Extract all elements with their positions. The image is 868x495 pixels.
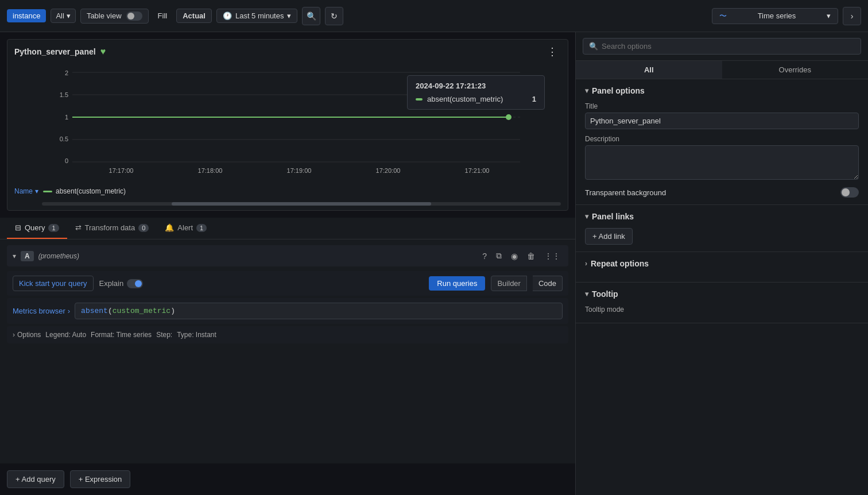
title-field[interactable] [585, 113, 859, 129]
svg-point-11 [506, 114, 512, 120]
tab-overrides[interactable]: Overrides [722, 61, 869, 79]
fill-button[interactable]: Fill [153, 9, 172, 22]
svg-text:17:17:00: 17:17:00 [109, 167, 134, 174]
panel-links-section: ▾ Panel links + Add link [576, 205, 868, 252]
transparent-bg-toggle[interactable] [840, 187, 859, 198]
chevron-down-icon: ▾ [35, 187, 38, 195]
help-button[interactable]: ? [480, 250, 489, 262]
metrics-row: Metrics browser › absent(custom_metric) [7, 298, 568, 324]
table-view-toggle[interactable]: Table view [80, 9, 149, 24]
tooltip-value: 1 [532, 95, 536, 103]
description-field-label: Description [585, 135, 859, 143]
actual-button[interactable]: Actual [176, 9, 212, 23]
chart-scrollbar [7, 200, 568, 210]
description-field[interactable] [585, 145, 859, 180]
svg-text:1: 1 [65, 114, 68, 121]
legend-name-button[interactable]: Name ▾ [14, 187, 38, 195]
transparent-bg-row: Transparent background [585, 187, 859, 198]
next-panel-button[interactable]: › [843, 7, 861, 25]
collapse-button[interactable]: ▾ [13, 252, 16, 260]
add-expression-button[interactable]: + Expression [70, 470, 131, 488]
options-toggle[interactable]: › Options [13, 331, 41, 339]
explain-row: Explain [99, 279, 144, 288]
search-icon: 🔍 [589, 42, 598, 51]
time-range-button[interactable]: 🕐 Last 5 minutes ▾ [216, 9, 298, 23]
all-dropdown[interactable]: All ▾ [51, 9, 75, 23]
tab-transform[interactable]: ⇄ Transform data 0 [67, 218, 157, 239]
repeat-options-label: Repeat options [591, 259, 649, 268]
tooltip-dot [416, 98, 423, 100]
svg-text:17:19:00: 17:19:00 [287, 167, 312, 174]
query-tabs: ⊟ Query 1 ⇄ Transform data 0 🔔 Alert 1 [0, 218, 575, 239]
options-label: Options [17, 331, 41, 339]
options-tabs-row: All Overrides [576, 61, 868, 79]
run-queries-button[interactable]: Run queries [429, 276, 485, 291]
chart-tooltip: 2024-09-22 17:21:23 absent(custom_metric… [407, 75, 545, 110]
panel-options-header[interactable]: ▾ Panel options [585, 86, 859, 95]
panel-links-label: Panel links [592, 212, 634, 221]
tooltip-time: 2024-09-22 17:21:23 [416, 82, 536, 90]
bell-icon: 🔔 [165, 223, 174, 232]
query-letter: A [21, 251, 34, 261]
panel-links-header[interactable]: ▾ Panel links [585, 212, 859, 221]
tooltip-metric: absent(custom_metric) [427, 95, 503, 103]
chevron-down-icon: ▾ [67, 11, 71, 20]
table-view-switch[interactable] [126, 11, 142, 21]
legend-auto-label: Legend: Auto [45, 331, 86, 339]
health-icon: ♥ [100, 47, 106, 57]
legend-name-label: Name [14, 187, 33, 195]
panel-options-section: ▾ Panel options Title Description Transp… [576, 79, 868, 205]
tab-alert[interactable]: 🔔 Alert 1 [157, 218, 215, 239]
title-field-label: Title [585, 102, 859, 110]
tab-all[interactable]: All [576, 61, 722, 79]
tooltip-label: Tooltip [592, 289, 618, 299]
refresh-button[interactable]: ↻ [325, 7, 343, 25]
query-tab-label: Query [25, 223, 45, 232]
svg-text:2: 2 [65, 69, 68, 76]
toggle-visibility-button[interactable]: ◉ [509, 250, 520, 262]
time-label: Last 5 minutes [235, 11, 284, 20]
transparent-bg-label: Transparent background [585, 188, 666, 197]
chevron-down-icon: ▾ [585, 87, 588, 95]
chart-legend: Name ▾ absent(custom_metric) [7, 185, 568, 200]
all-label: All [56, 11, 64, 20]
search-input-wrap[interactable]: 🔍 [583, 38, 861, 55]
drag-handle[interactable]: ⋮⋮ [542, 250, 563, 262]
search-input[interactable] [602, 42, 855, 51]
refresh-icon: ↻ [331, 11, 338, 21]
chart-menu-button[interactable]: ⋮ [544, 44, 561, 59]
chevron-right-icon: › [585, 260, 587, 268]
wave-icon: 〜 [719, 11, 727, 21]
explain-toggle[interactable] [127, 279, 143, 288]
add-link-button[interactable]: + Add link [585, 228, 633, 245]
chart-header: Python_server_panel ♥ ⋮ [7, 40, 568, 64]
left-panel: Python_server_panel ♥ ⋮ 2 1.5 1 0.5 0 [0, 32, 575, 495]
time-series-button[interactable]: 〜 Time series ▾ [712, 8, 838, 24]
builder-button[interactable]: Builder [491, 276, 526, 291]
zoom-out-icon: 🔍 [307, 11, 316, 21]
repeat-options-header[interactable]: › Repeat options [585, 259, 859, 268]
copy-button[interactable]: ⧉ [494, 250, 504, 262]
chart-svg-area: 2 1.5 1 0.5 0 17:17:00 [7, 64, 568, 185]
tab-query[interactable]: ⊟ Query 1 [7, 218, 67, 239]
query-input-display[interactable]: absent(custom_metric) [75, 303, 563, 319]
trash-icon: 🗑 [527, 252, 535, 261]
instance-label[interactable]: instance [7, 9, 46, 22]
chart-title: Python_server_panel ♥ [14, 47, 106, 57]
right-panel: 🔍 All Overrides ▾ Panel options Title De… [575, 32, 868, 495]
delete-query-button[interactable]: 🗑 [525, 250, 537, 262]
kick-start-button[interactable]: Kick start your query [13, 276, 94, 291]
scrollbar-thumb[interactable] [172, 202, 431, 206]
step-label: Step: [156, 331, 172, 339]
metrics-browser-link[interactable]: Metrics browser › [13, 307, 70, 315]
scrollbar-track[interactable] [42, 202, 561, 206]
add-query-button[interactable]: + Add query [7, 470, 64, 488]
tooltip-header[interactable]: ▾ Tooltip [585, 289, 859, 299]
search-options-bar: 🔍 [576, 32, 868, 61]
alert-tab-badge: 1 [196, 224, 207, 232]
chevron-down-icon: ▾ [827, 11, 831, 20]
code-button[interactable]: Code [533, 276, 563, 291]
zoom-out-button[interactable]: 🔍 [302, 7, 320, 25]
top-bar: instance All ▾ Table view Fill Actual 🕐 … [0, 0, 868, 32]
legend-item-label: absent(custom_metric) [56, 187, 126, 195]
